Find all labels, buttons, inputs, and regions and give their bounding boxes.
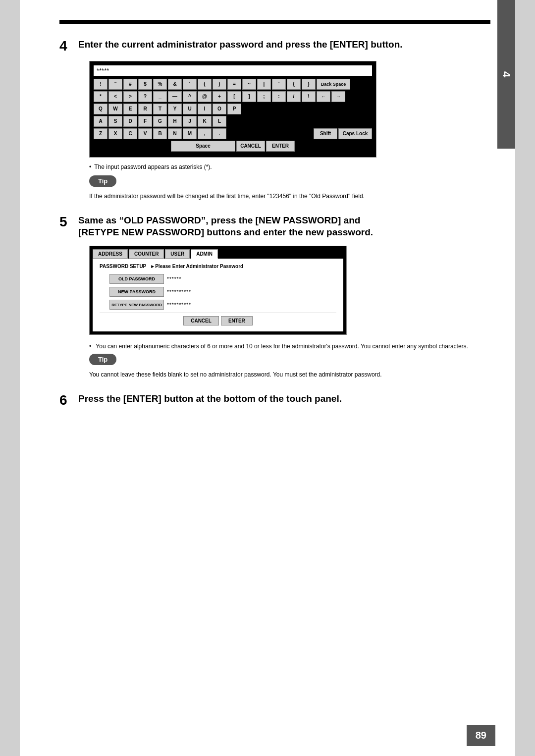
key-backslash[interactable]: \ bbox=[302, 91, 316, 102]
keyboard-container: ***** ! " # $ % & ' ( ) = ~ | ` { } Back… bbox=[89, 61, 376, 158]
key-lbracket[interactable]: [ bbox=[227, 91, 241, 102]
key-t[interactable]: T bbox=[153, 104, 167, 114]
key-dollar[interactable]: $ bbox=[138, 79, 152, 90]
key-left-arrow[interactable]: ← bbox=[317, 91, 330, 102]
page-number: 89 bbox=[467, 725, 495, 746]
key-question[interactable]: ? bbox=[138, 91, 152, 102]
key-x[interactable]: X bbox=[108, 128, 122, 139]
key-rparen[interactable]: ) bbox=[213, 79, 226, 90]
key-c[interactable]: C bbox=[123, 128, 137, 139]
key-y[interactable]: Y bbox=[168, 104, 182, 114]
step4-title: Enter the current administrator password… bbox=[78, 39, 403, 51]
panel-tabs: ADDRESS COUNTER USER ADMIN bbox=[90, 246, 346, 259]
new-password-value: ********** bbox=[167, 289, 191, 295]
key-g[interactable]: G bbox=[153, 116, 167, 127]
retype-password-button[interactable]: RETYPE NEW PASSWORD bbox=[109, 300, 164, 310]
key-f[interactable]: F bbox=[138, 116, 152, 127]
key-n[interactable]: N bbox=[168, 128, 182, 139]
key-quote[interactable]: " bbox=[108, 79, 122, 90]
key-q[interactable]: Q bbox=[94, 104, 107, 114]
new-password-button[interactable]: NEW PASSWORD bbox=[109, 287, 164, 297]
key-k[interactable]: K bbox=[198, 116, 212, 127]
kb-row-2: * < > ? _ — ^ @ + [ ] ; : / \ ← → bbox=[94, 91, 372, 102]
key-v[interactable]: V bbox=[138, 128, 152, 139]
key-right-arrow[interactable]: → bbox=[331, 91, 345, 102]
key-gt[interactable]: > bbox=[123, 91, 137, 102]
key-enter[interactable]: ENTER bbox=[266, 141, 295, 152]
tab-admin[interactable]: ADMIN bbox=[191, 249, 218, 259]
old-password-value: ****** bbox=[167, 276, 181, 282]
key-lbrace[interactable]: { bbox=[287, 79, 301, 90]
key-space[interactable]: Space bbox=[171, 141, 235, 152]
key-p[interactable]: P bbox=[227, 104, 241, 114]
key-pipe[interactable]: | bbox=[257, 79, 271, 90]
panel-enter-button[interactable]: ENTER bbox=[221, 316, 253, 325]
key-tilde[interactable]: ~ bbox=[242, 79, 256, 90]
tab-user[interactable]: USER bbox=[165, 249, 190, 259]
key-lt[interactable]: < bbox=[108, 91, 122, 102]
key-backtick[interactable]: ` bbox=[272, 79, 286, 90]
key-apos[interactable]: ' bbox=[183, 79, 197, 90]
key-shift[interactable]: Shift bbox=[314, 128, 337, 139]
key-a[interactable]: A bbox=[94, 116, 107, 127]
step5-tip-label: Tip bbox=[89, 354, 116, 365]
key-star[interactable]: * bbox=[94, 91, 107, 102]
password-display: ***** bbox=[94, 65, 372, 76]
key-m[interactable]: M bbox=[183, 128, 197, 139]
key-semicolon[interactable]: ; bbox=[257, 91, 271, 102]
key-amp[interactable]: & bbox=[168, 79, 182, 90]
key-comma[interactable]: , bbox=[198, 128, 212, 139]
key-at[interactable]: @ bbox=[198, 91, 212, 102]
key-caret[interactable]: ^ bbox=[183, 91, 197, 102]
key-dash[interactable]: — bbox=[168, 91, 182, 102]
old-password-row: OLD PASSWORD ****** bbox=[109, 274, 336, 284]
key-colon[interactable]: : bbox=[272, 91, 286, 102]
panel-setup-label: PASSWORD SETUP bbox=[100, 264, 146, 269]
panel-setup-row: PASSWORD SETUP ►Please Enter Administrat… bbox=[100, 264, 336, 269]
right-tab-label: 4 bbox=[500, 71, 513, 77]
step4-header: 4 Enter the current administrator passwo… bbox=[59, 39, 490, 54]
page: 4 Enter the current administrator passwo… bbox=[20, 0, 515, 756]
top-bar bbox=[59, 20, 490, 24]
key-capslock[interactable]: Caps Lock bbox=[338, 128, 372, 139]
key-plus[interactable]: + bbox=[213, 91, 226, 102]
key-cancel[interactable]: CANCEL bbox=[236, 141, 265, 152]
key-underscore[interactable]: _ bbox=[153, 91, 167, 102]
key-s[interactable]: S bbox=[108, 116, 122, 127]
key-h[interactable]: H bbox=[168, 116, 182, 127]
key-hash[interactable]: # bbox=[123, 79, 137, 90]
key-u[interactable]: U bbox=[183, 104, 197, 114]
key-w[interactable]: W bbox=[108, 104, 122, 114]
key-slash[interactable]: / bbox=[287, 91, 301, 102]
key-i[interactable]: I bbox=[198, 104, 212, 114]
key-exclaim[interactable]: ! bbox=[94, 79, 107, 90]
key-lparen[interactable]: ( bbox=[198, 79, 212, 90]
tab-address[interactable]: ADDRESS bbox=[93, 249, 128, 259]
key-period[interactable]: . bbox=[213, 128, 226, 139]
key-l[interactable]: L bbox=[213, 116, 226, 127]
key-rbrace[interactable]: } bbox=[302, 79, 316, 90]
tab-counter[interactable]: COUNTER bbox=[129, 249, 164, 259]
key-e[interactable]: E bbox=[123, 104, 137, 114]
step4-number: 4 bbox=[59, 39, 73, 54]
key-percent[interactable]: % bbox=[153, 79, 167, 90]
key-z[interactable]: Z bbox=[94, 128, 107, 139]
panel-cancel-button[interactable]: CANCEL bbox=[183, 316, 219, 325]
kb-row-6: Space CANCEL ENTER bbox=[94, 141, 372, 152]
step6-header: 6 Press the [ENTER] button at the bottom… bbox=[59, 393, 490, 408]
retype-password-row: RETYPE NEW PASSWORD ********** bbox=[109, 300, 336, 310]
step6-title: Press the [ENTER] button at the bottom o… bbox=[78, 393, 342, 405]
kb-row-3: Q W E R T Y U I O P bbox=[94, 104, 372, 114]
kb-row-5: Z X C V B N M , . Shift Caps Lock bbox=[94, 128, 372, 139]
old-password-button[interactable]: OLD PASSWORD bbox=[109, 274, 164, 284]
step6-number: 6 bbox=[59, 393, 73, 408]
key-o[interactable]: O bbox=[213, 104, 226, 114]
key-equals[interactable]: = bbox=[227, 79, 241, 90]
key-backspace[interactable]: Back Space bbox=[317, 79, 350, 90]
step4-note: The input password appears as asterisks … bbox=[89, 163, 490, 170]
key-r[interactable]: R bbox=[138, 104, 152, 114]
key-j[interactable]: J bbox=[183, 116, 197, 127]
key-rbracket[interactable]: ] bbox=[242, 91, 256, 102]
key-d[interactable]: D bbox=[123, 116, 137, 127]
key-b[interactable]: B bbox=[153, 128, 167, 139]
